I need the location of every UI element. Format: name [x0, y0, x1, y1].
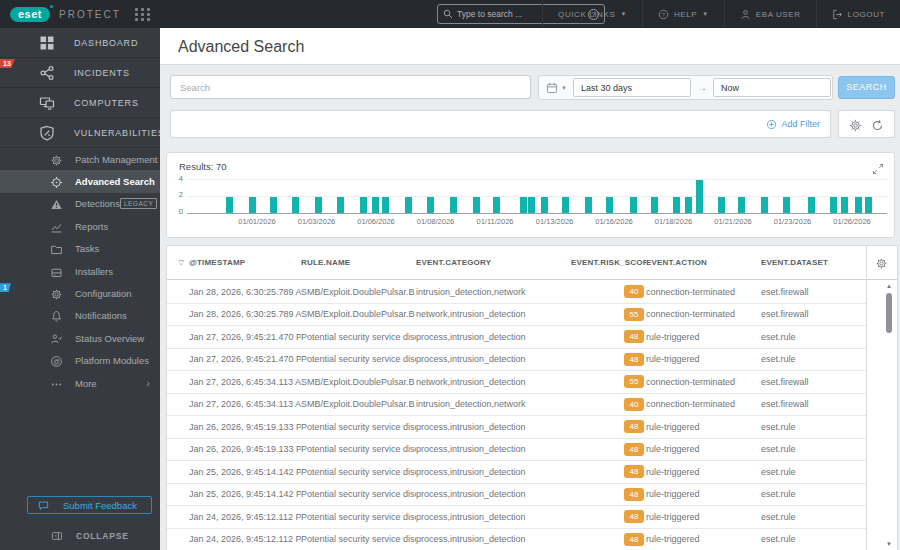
y-axis-tick: 4	[171, 174, 183, 183]
risk-score-badge: 48	[624, 420, 644, 433]
sidebar-item-installers[interactable]: Installers	[0, 260, 160, 282]
refresh-icon[interactable]	[871, 118, 884, 131]
risk-score-badge: 48	[624, 353, 644, 366]
sidebar-item-patch-management[interactable]: Patch Management	[0, 148, 160, 170]
chart-bar	[585, 197, 592, 214]
sidebar-item-advanced-search[interactable]: Advanced Search	[0, 170, 160, 192]
table-row[interactable]: Jan 27, 2026, 9:45:21.470 PMPotential se…	[167, 326, 866, 349]
cell-action: connection-terminated	[646, 399, 761, 409]
cell-dataset: eset.rule	[761, 512, 866, 522]
chart-bar	[841, 197, 848, 214]
scroll-up-icon[interactable]: ▲	[884, 283, 894, 289]
sidebar-item-dashboard[interactable]: DASHBOARD	[0, 28, 160, 58]
page-title: Advanced Search	[160, 28, 900, 65]
table-row[interactable]: Jan 24, 2026, 9:45:12.112 PMPotential se…	[167, 529, 866, 550]
sidebar-item-status-overview[interactable]: Status Overview	[0, 327, 160, 349]
chart-bar	[865, 197, 872, 214]
reports-icon	[50, 220, 63, 233]
logout-button[interactable]: LOGOUT	[816, 0, 900, 28]
eset-logo[interactable]: eset	[10, 7, 50, 22]
column-header-event-risk-score[interactable]: EVENT.RISK_SCORE	[571, 258, 646, 267]
add-filter-button[interactable]: Add Filter	[766, 119, 820, 130]
submit-feedback-button[interactable]: Submit Feedback	[27, 496, 152, 514]
user-icon	[740, 9, 751, 20]
apps-grid-icon[interactable]	[135, 8, 151, 21]
query-search-input[interactable]	[170, 75, 531, 99]
x-axis-tick: 01/13/2026	[529, 217, 581, 226]
scrollbar-thumb[interactable]	[886, 293, 892, 333]
sidebar-item-platform-modules[interactable]: @Platform Modules	[0, 350, 160, 372]
cell-risk: 48	[571, 420, 646, 433]
cell-action: rule-triggered	[646, 512, 761, 522]
chart-bar	[372, 197, 379, 214]
sidebar-item-label: DASHBOARD	[74, 38, 138, 48]
svg-text:@: @	[53, 358, 60, 365]
table-row[interactable]: Jan 26, 2026, 9:45:19.133 PMPotential se…	[167, 416, 866, 439]
expand-icon[interactable]	[872, 161, 884, 173]
sidebar-item-notifications[interactable]: Notifications	[0, 305, 160, 327]
cell-category: network,intrusion_detection	[416, 377, 571, 387]
table-row[interactable]: Jan 25, 2026, 9:45:14.142 PMPotential se…	[167, 461, 866, 484]
sidebar-item-incidents[interactable]: 13INCIDENTS	[0, 58, 160, 88]
sidebar: DASHBOARD13INCIDENTSCOMPUTERSVULNERABILI…	[0, 28, 160, 550]
help-menu[interactable]: ? HELP▼	[642, 0, 724, 28]
results-label: Results:	[179, 161, 213, 172]
cell-risk: 48	[571, 353, 646, 366]
help-icon: ?	[658, 9, 669, 20]
user-menu[interactable]: EBA USER	[724, 0, 816, 28]
table-row[interactable]: Jan 28, 2026, 6:30:25.789 AMSMB/Exploit.…	[167, 281, 866, 304]
date-from-input[interactable]	[573, 78, 691, 97]
cell-category: process,intrusion_detection	[416, 332, 571, 342]
calendar-dropdown[interactable]: ▼	[546, 82, 567, 94]
cell-timestamp: Jan 24, 2026, 9:45:12.112 PM	[189, 534, 301, 544]
submit-feedback-label: Submit Feedback	[63, 500, 137, 511]
chart-bar	[520, 197, 527, 214]
table-row[interactable]: Jan 27, 2026, 9:45:21.470 PMPotential se…	[167, 349, 866, 372]
column-header-event-action[interactable]: EVENT.ACTION	[646, 258, 761, 267]
sidebar-item-computers[interactable]: COMPUTERS	[0, 88, 160, 118]
chart-bar	[528, 197, 535, 214]
table-row[interactable]: Jan 28, 2026, 6:30:25.789 AMSMB/Exploit.…	[167, 304, 866, 327]
collapse-button[interactable]: COLLAPSE	[0, 528, 160, 544]
search-icon	[443, 9, 453, 19]
plus-circle-icon	[766, 119, 777, 130]
quick-links-menu[interactable]: QUICK LINKS▼	[542, 0, 642, 28]
risk-score-badge: 48	[624, 533, 644, 546]
sidebar-item-label: More	[75, 378, 97, 389]
sidebar-item-configuration[interactable]: 1Configuration	[0, 282, 160, 304]
settings-gear-icon[interactable]	[849, 118, 862, 131]
sidebar-item-detections[interactable]: DetectionsLEGACY	[0, 193, 160, 215]
column-header--timestamp[interactable]: @TIMESTAMP	[189, 258, 301, 267]
detections-icon	[50, 197, 63, 210]
cell-category: network,intrusion_detection	[416, 309, 571, 319]
cell-timestamp: Jan 27, 2026, 6:45:34.113 AM	[189, 399, 301, 409]
table-scrollbar: ▲ ▼	[884, 283, 894, 547]
sidebar-item-more[interactable]: More›	[0, 372, 160, 394]
sidebar-item-vulnerabilities[interactable]: VULNERABILITIES	[0, 118, 160, 148]
cell-action: connection-terminated	[646, 309, 761, 319]
column-header-event-category[interactable]: EVENT.CATEGORY	[416, 258, 571, 267]
x-axis-tick: 01/26/2026	[826, 217, 878, 226]
sidebar-item-reports[interactable]: Reports	[0, 215, 160, 237]
table-row[interactable]: Jan 25, 2026, 9:45:14.142 PMPotential se…	[167, 484, 866, 507]
x-axis-tick: 01/03/2026	[291, 217, 343, 226]
vulnerabilities-icon	[38, 125, 56, 141]
sidebar-item-label: Detections	[75, 198, 120, 209]
incidents-icon	[38, 65, 56, 81]
cell-risk: 48	[571, 488, 646, 501]
sidebar-item-label: COMPUTERS	[74, 98, 139, 108]
table-settings-gear-icon[interactable]	[875, 256, 888, 269]
column-header-event-dataset[interactable]: EVENT.DATASET	[761, 258, 866, 267]
table-row[interactable]: Jan 26, 2026, 9:45:19.133 PMPotential se…	[167, 439, 866, 462]
x-axis-tick: 01/23/2026	[767, 217, 819, 226]
table-row[interactable]: Jan 24, 2026, 9:45:12.112 PMPotential se…	[167, 506, 866, 529]
column-header-rule-name[interactable]: RULE.NAME	[301, 258, 416, 267]
table-row[interactable]: Jan 27, 2026, 6:45:34.113 AMSMB/Exploit.…	[167, 371, 866, 394]
search-button[interactable]: SEARCH	[838, 76, 895, 99]
table-row[interactable]: Jan 27, 2026, 6:45:34.113 AMSMB/Exploit.…	[167, 394, 866, 417]
date-to-input[interactable]	[713, 78, 831, 97]
scroll-down-icon[interactable]: ▼	[884, 541, 894, 547]
chart-bar	[315, 197, 322, 214]
sort-descending-icon[interactable]: ▽	[179, 259, 189, 267]
sidebar-item-tasks[interactable]: Tasks	[0, 238, 160, 260]
